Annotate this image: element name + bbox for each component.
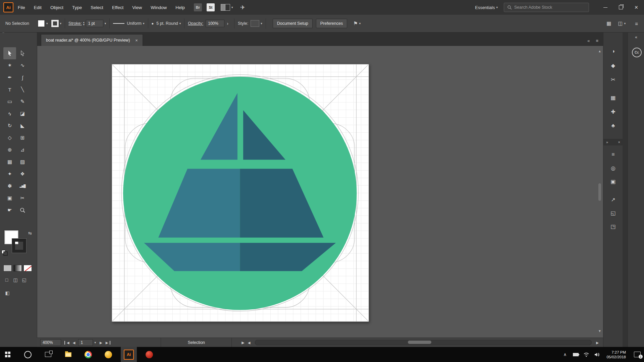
next-artboard-icon[interactable]: ▶ [98,341,104,345]
status-indicator[interactable]: Selection [161,338,232,347]
eyedropper-tool[interactable]: ✦ [3,168,16,180]
stepper-down-icon[interactable]: ▾ [83,23,85,26]
selection-tool[interactable] [3,47,16,59]
status-options-icon[interactable]: ▶ [240,341,246,345]
hand-tool[interactable]: ☛ [3,204,16,216]
artboard-dropdown-icon[interactable]: ▾ [94,341,96,344]
align-dropdown-icon[interactable]: ▾ [359,22,361,25]
document-setup-button[interactable]: Document Setup [273,19,313,28]
direct-selection-tool[interactable] [16,47,29,59]
chrome-button[interactable] [80,347,96,362]
stroke-weight-field[interactable] [86,20,103,27]
close-button[interactable]: × [629,0,644,15]
start-button[interactable] [0,347,15,362]
rectangle-tool[interactable]: ▭ [3,96,16,108]
opacity-field[interactable] [206,20,224,27]
symbols-icon[interactable]: ♣ [603,123,623,129]
gradient-tool[interactable]: ▨ [16,156,29,168]
first-artboard-icon[interactable]: ◀ [64,341,71,345]
gpu-performance-icon[interactable]: ✈ [240,4,245,11]
color-button[interactable] [3,265,12,272]
artboards-icon[interactable]: ▣ [603,178,623,185]
panel-list-icon[interactable]: ≡ [596,38,598,43]
style-label[interactable]: Style: [238,21,248,26]
menu-select[interactable]: Select [86,0,108,15]
gradient-panel-icon[interactable]: ◆ [603,62,623,69]
blend-tool[interactable]: ❖ [16,168,29,180]
properties-icon[interactable]: ≡ [603,152,623,158]
creative-cloud-icon[interactable]: Cc [632,48,642,57]
mesh-tool[interactable]: ▦ [3,156,16,168]
opacity-label[interactable]: Opacity: [188,21,203,26]
column-graph-tool[interactable]: ▂▅█ [16,180,29,192]
task-view-button[interactable] [40,347,56,362]
draw-behind-icon[interactable]: ◫ [12,277,19,283]
stroke-color-swatch[interactable] [51,20,59,27]
shaper-tool[interactable]: ϟ [3,108,16,120]
action-center-button[interactable]: 1 [631,347,644,362]
close-panel-icon[interactable]: × [618,140,620,144]
menu-view[interactable]: View [128,0,146,15]
stroke-stepper[interactable]: ▴ ▾ [83,21,85,26]
asset-export-icon[interactable]: ↗ [603,196,623,203]
menu-help[interactable]: Help [171,0,189,15]
previous-artboard-icon[interactable]: ◀ [71,341,77,345]
fill-dropdown-icon[interactable]: ▾ [46,22,48,25]
free-transform-tool[interactable]: ⊞ [16,132,29,144]
vertical-scrollbar[interactable]: ▲ ▼ [598,49,602,333]
default-fill-stroke-icon[interactable] [2,250,7,255]
bridge-icon[interactable]: Br [194,3,202,11]
arrange-documents-icon[interactable] [221,4,230,11]
volume-button[interactable] [592,347,602,362]
scroll-left-icon[interactable]: ◀ [246,341,252,345]
eraser-tool[interactable]: ◪ [16,108,29,120]
expand-panel-icon[interactable]: » [606,140,608,144]
paintbrush-tool[interactable]: ✎ [16,96,29,108]
canvas-pasteboard[interactable]: ▲ ▼ [37,46,603,338]
lasso-tool[interactable]: ∿ [16,59,29,71]
align-options-icon[interactable]: ⚑ [353,20,358,26]
boat-icon-artwork[interactable] [123,77,357,310]
preferences-button[interactable]: Preferences [316,19,347,28]
touch-type-icon[interactable]: ✚ [603,109,623,115]
zoom-tool[interactable] [16,204,29,216]
arrange-dropdown-icon[interactable]: ▾ [231,6,233,9]
scale-tool[interactable]: ◣ [16,120,29,132]
fill-color-swatch[interactable] [38,20,45,27]
gradient-button[interactable] [13,265,22,272]
curvature-tool[interactable]: ∫ [16,71,29,83]
stroke-weight-label[interactable]: Stroke: [68,21,82,26]
document-tab[interactable]: boat reader.ai* @ 400% (RGB/GPU Preview)… [41,34,143,46]
swap-fill-stroke-icon[interactable]: ⇆ [28,231,32,236]
menu-effect[interactable]: Effect [108,0,128,15]
collapse-dock-icon[interactable]: « [587,38,590,43]
zoom-level-field[interactable] [40,339,61,346]
color-themes-icon[interactable]: ◑ [603,48,623,54]
artboard-tool[interactable]: ▣ [3,192,16,204]
pen-tool[interactable]: ✒ [3,71,16,83]
menu-edit[interactable]: Edit [30,0,46,15]
workspace-grid-icon[interactable]: ▦ [606,20,611,26]
vertical-scroll-thumb[interactable] [598,183,601,201]
image-trace-icon[interactable]: ✂ [603,76,623,83]
menu-window[interactable]: Window [146,0,171,15]
style-swatch[interactable] [251,20,259,27]
draw-normal-icon[interactable]: □ [3,277,10,283]
magic-wand-tool[interactable]: ✶ [3,59,16,71]
show-hidden-icons-button[interactable]: ∧ [560,347,570,362]
menu-file[interactable]: File [13,0,30,15]
panel-list-icon[interactable]: ≡ [635,21,638,26]
last-artboard-icon[interactable]: ▶ [104,341,111,345]
screen-mode-button[interactable]: ◧ [4,290,11,296]
perspective-grid-tool[interactable]: ⊿ [16,144,29,156]
file-explorer-button[interactable] [60,347,76,362]
horizontal-scroll-thumb[interactable] [408,341,431,344]
scroll-down-icon[interactable]: ▼ [598,329,602,333]
workspace-switcher[interactable]: Essentials ▾ [475,5,498,10]
slice-tool[interactable]: ✂ [16,192,29,204]
draw-inside-icon[interactable]: ◱ [21,277,28,283]
line-segment-tool[interactable]: ╲ [16,83,29,96]
width-tool[interactable]: ◇ [3,132,16,144]
symbol-sprayer-tool[interactable]: ✽ [3,180,16,192]
collapse-dock-icon[interactable]: « [628,35,644,40]
